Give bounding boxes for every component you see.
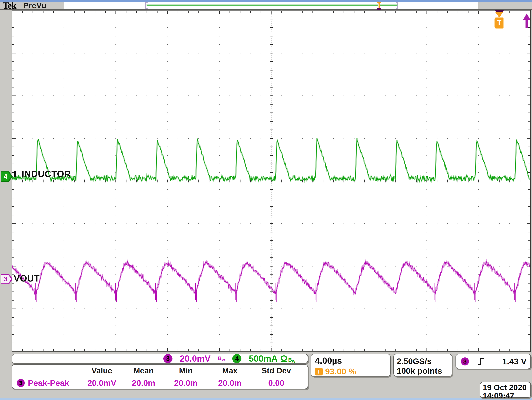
ch3-bandwidth-icon: BW bbox=[218, 356, 225, 362]
window-top-border bbox=[0, 0, 532, 2]
trigger-position-arrow-icon bbox=[495, 12, 503, 18]
record-trigger-position-icon bbox=[378, 2, 380, 9]
measurement-mean: 20.0m bbox=[122, 375, 165, 388]
trigger-readout: 3 1.43 V bbox=[456, 354, 531, 369]
record-right-bracket-icon bbox=[397, 2, 398, 9]
measurement-panel: Value Mean Min Max Std Dev 3 Peak-Peak 2… bbox=[12, 364, 308, 389]
datetime-panel: 19 Oct 2020 14:09:47 bbox=[480, 382, 531, 398]
trigger-source-badge: 3 bbox=[461, 357, 469, 365]
trigger-level-offscreen-arrow-icon bbox=[523, 13, 531, 20]
ch4-ground-marker: 4 bbox=[1, 172, 13, 182]
header-separator bbox=[0, 9, 532, 10]
col-header-stddev: Std Dev bbox=[253, 365, 300, 375]
oscilloscope-screen: Tek PreVu T 4 3 I_INDUCTOR VOUT 3 20.0mV… bbox=[0, 0, 532, 400]
col-header-max: Max bbox=[207, 365, 253, 375]
ch4-coupling: ΩBW bbox=[280, 354, 295, 363]
ch3-label: VOUT bbox=[14, 274, 40, 283]
measurement-ch-badge: 3 bbox=[17, 379, 25, 387]
measurement-table: Value Mean Min Max Std Dev 3 Peak-Peak 2… bbox=[16, 365, 303, 388]
waveform-plot bbox=[12, 11, 530, 351]
measurement-corner bbox=[16, 365, 81, 375]
acquisition-status: PreVu bbox=[23, 2, 46, 9]
channel-scale-readout: 3 20.0mV BW 4 500mA ΩBW bbox=[12, 354, 308, 363]
record-trigger-wedge-icon bbox=[377, 8, 381, 10]
trigger-position-value: 93.00 % bbox=[325, 367, 356, 376]
ch3-ground-marker: 3 bbox=[1, 274, 13, 284]
date-text: 19 Oct 2020 bbox=[483, 383, 530, 392]
measurement-stddev: 0.00 bbox=[253, 375, 300, 388]
ch4-bandwidth-icon: BW bbox=[288, 357, 295, 363]
ch4-label: I_INDUCTOR bbox=[14, 169, 71, 178]
timebase-readout: 4.00µs T 93.00 % bbox=[310, 354, 391, 376]
time-text: 14:09:47 bbox=[483, 392, 530, 400]
window-bottom-border bbox=[0, 398, 532, 400]
tek-logo: Tek bbox=[3, 1, 16, 10]
col-header-mean: Mean bbox=[122, 365, 165, 375]
graticule bbox=[12, 10, 531, 352]
rising-edge-icon bbox=[477, 357, 485, 366]
ch4-badge: 4 bbox=[232, 354, 241, 363]
ch3-scale: 20.0mV bbox=[180, 354, 210, 363]
timebase-scale: 4.00µs bbox=[315, 356, 390, 366]
measurement-max: 20.0m bbox=[207, 375, 253, 388]
ohm-icon: Ω bbox=[280, 354, 287, 363]
record-length: 100k points bbox=[397, 366, 452, 376]
measurement-value: 20.0mV bbox=[81, 375, 122, 388]
col-header-min: Min bbox=[165, 365, 207, 375]
ch4-scale: 500mA bbox=[249, 354, 278, 363]
ch3-badge: 3 bbox=[163, 354, 172, 363]
record-left-bracket-icon bbox=[145, 2, 146, 9]
measurement-name-cell: 3 Peak-Peak bbox=[16, 375, 81, 388]
record-waveform-line bbox=[147, 5, 397, 6]
measurement-name: Peak-Peak bbox=[28, 378, 69, 388]
trigger-t-badge-icon: T bbox=[494, 17, 504, 29]
trigger-position-readout: T 93.00 % bbox=[315, 367, 390, 376]
trigger-level: 1.43 V bbox=[502, 357, 526, 366]
acquisition-readout: 2.50GS/s 100k points bbox=[393, 354, 452, 376]
measurement-min: 20.0m bbox=[165, 375, 207, 388]
col-header-value: Value bbox=[81, 365, 122, 375]
trigger-t-icon: T bbox=[315, 368, 323, 375]
sample-rate: 2.50GS/s bbox=[397, 356, 452, 366]
